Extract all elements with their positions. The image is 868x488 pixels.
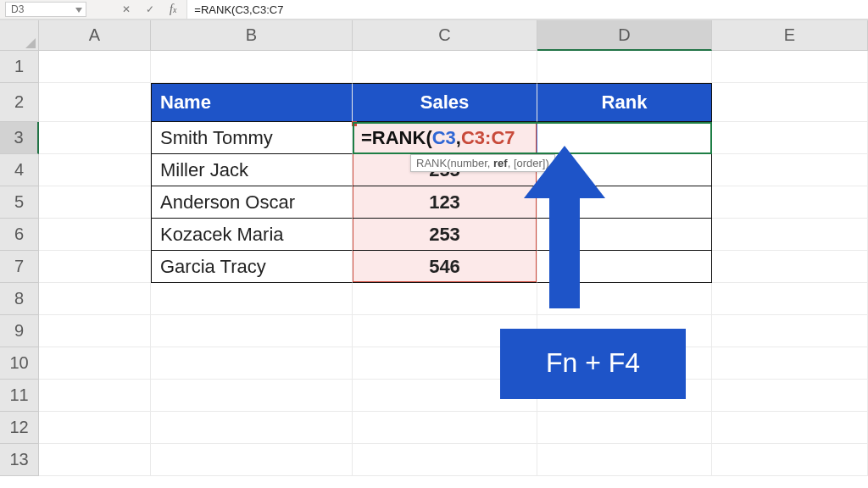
column-headers: A B C D E bbox=[0, 20, 868, 51]
name-box-value: D3 bbox=[11, 3, 24, 15]
cell[interactable] bbox=[353, 283, 537, 315]
cell[interactable] bbox=[39, 219, 151, 251]
formula-bar-input[interactable]: =RANK(C3,C3:C7 bbox=[186, 0, 868, 19]
row-header[interactable]: 7 bbox=[0, 251, 39, 283]
table-cell-name[interactable]: Anderson Oscar bbox=[151, 186, 353, 219]
row-header[interactable]: 2 bbox=[0, 83, 39, 122]
cell[interactable] bbox=[151, 380, 353, 412]
cell[interactable] bbox=[39, 51, 151, 83]
cell[interactable] bbox=[39, 283, 151, 315]
cell[interactable] bbox=[537, 412, 712, 444]
row-header[interactable]: 10 bbox=[0, 347, 39, 380]
cell[interactable] bbox=[353, 51, 537, 83]
formula-bar-text: =RANK(C3,C3:C7 bbox=[194, 3, 283, 16]
table-header-name[interactable]: Name bbox=[151, 83, 353, 122]
table-cell-name[interactable]: Miller Jack bbox=[151, 154, 353, 186]
cell[interactable] bbox=[151, 283, 353, 315]
enter-icon[interactable]: ✓ bbox=[146, 3, 154, 15]
row-header[interactable]: 12 bbox=[0, 412, 39, 444]
table-cell-name[interactable]: Kozacek Maria bbox=[151, 219, 353, 251]
table-cell-name[interactable]: Garcia Tracy bbox=[151, 251, 353, 283]
row-header[interactable]: 9 bbox=[0, 315, 39, 347]
cell[interactable] bbox=[712, 154, 868, 186]
cell[interactable] bbox=[151, 412, 353, 444]
cell[interactable] bbox=[712, 186, 868, 219]
cell[interactable] bbox=[712, 315, 868, 347]
row-header[interactable]: 6 bbox=[0, 219, 39, 251]
formula-bar: D3 ✕ ✓ fx =RANK(C3,C3:C7 bbox=[0, 0, 868, 20]
cell[interactable] bbox=[353, 444, 537, 476]
table-cell-sales[interactable]: 253 bbox=[353, 219, 537, 251]
col-header-D[interactable]: D bbox=[537, 20, 712, 51]
cell[interactable] bbox=[39, 315, 151, 347]
table-cell-sales[interactable]: 123 bbox=[353, 186, 537, 219]
row-header[interactable]: 3 bbox=[0, 122, 39, 154]
cell[interactable] bbox=[39, 444, 151, 476]
row-header[interactable]: 13 bbox=[0, 444, 39, 476]
row-header[interactable]: 5 bbox=[0, 186, 39, 219]
fx-icon[interactable]: fx bbox=[170, 3, 176, 16]
row-header[interactable]: 1 bbox=[0, 51, 39, 83]
row-header[interactable]: 4 bbox=[0, 154, 39, 186]
dropdown-caret-icon[interactable] bbox=[75, 3, 82, 15]
cell[interactable] bbox=[151, 51, 353, 83]
cell[interactable] bbox=[712, 444, 868, 476]
name-box[interactable]: D3 bbox=[5, 2, 86, 17]
cell[interactable] bbox=[39, 347, 151, 380]
cell[interactable] bbox=[151, 347, 353, 380]
cell[interactable] bbox=[151, 315, 353, 347]
cell[interactable] bbox=[39, 83, 151, 122]
cell[interactable] bbox=[39, 380, 151, 412]
cell[interactable] bbox=[39, 186, 151, 219]
row-header[interactable]: 8 bbox=[0, 283, 39, 315]
cell[interactable] bbox=[712, 251, 868, 283]
cell[interactable] bbox=[712, 122, 868, 154]
cell[interactable] bbox=[353, 412, 537, 444]
cell[interactable] bbox=[39, 412, 151, 444]
cell[interactable] bbox=[537, 444, 712, 476]
up-arrow-icon bbox=[524, 146, 605, 308]
col-header-B[interactable]: B bbox=[151, 20, 353, 51]
cell[interactable] bbox=[39, 154, 151, 186]
row-header[interactable]: 11 bbox=[0, 380, 39, 412]
table-header-rank[interactable]: Rank bbox=[537, 83, 712, 122]
cell[interactable] bbox=[712, 412, 868, 444]
shortcut-callout: Fn + F4 bbox=[500, 329, 686, 399]
table-cell-sales[interactable]: 546 bbox=[353, 251, 537, 283]
spreadsheet-grid[interactable]: A B C D E 1 2 Name Sales Rank 3 Smith To… bbox=[0, 20, 868, 476]
cell[interactable] bbox=[712, 83, 868, 122]
cell[interactable] bbox=[712, 219, 868, 251]
col-header-A[interactable]: A bbox=[39, 20, 151, 51]
cell[interactable] bbox=[151, 444, 353, 476]
cell[interactable] bbox=[712, 283, 868, 315]
cancel-icon[interactable]: ✕ bbox=[122, 3, 131, 15]
col-header-C[interactable]: C bbox=[353, 20, 537, 51]
table-cell-name[interactable]: Smith Tommy bbox=[151, 122, 353, 154]
cell[interactable] bbox=[712, 380, 868, 412]
cell[interactable] bbox=[712, 347, 868, 380]
cell[interactable] bbox=[537, 51, 712, 83]
col-header-E[interactable]: E bbox=[712, 20, 868, 51]
cell[interactable] bbox=[39, 251, 151, 283]
table-header-sales[interactable]: Sales bbox=[353, 83, 537, 122]
cell[interactable] bbox=[39, 122, 151, 154]
inline-formula: =RANK(C3,C3:C7 bbox=[353, 122, 537, 153]
table-cell-sales[interactable]: 453 =RANK(C3,C3:C7 bbox=[353, 122, 537, 154]
cell[interactable] bbox=[712, 51, 868, 83]
select-all-corner[interactable] bbox=[0, 20, 39, 51]
